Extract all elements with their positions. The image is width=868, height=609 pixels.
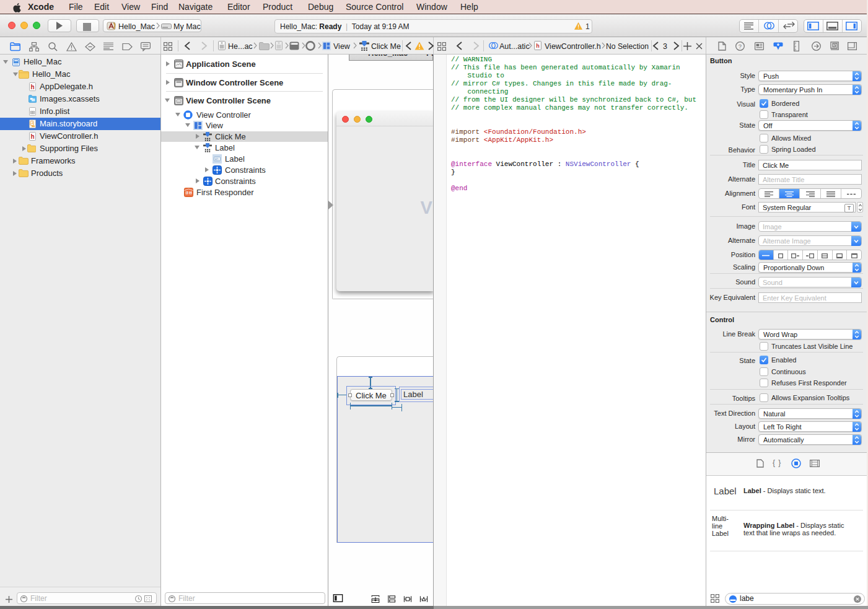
svg-text:h: h bbox=[536, 43, 540, 49]
svg-text:?: ? bbox=[739, 43, 742, 50]
